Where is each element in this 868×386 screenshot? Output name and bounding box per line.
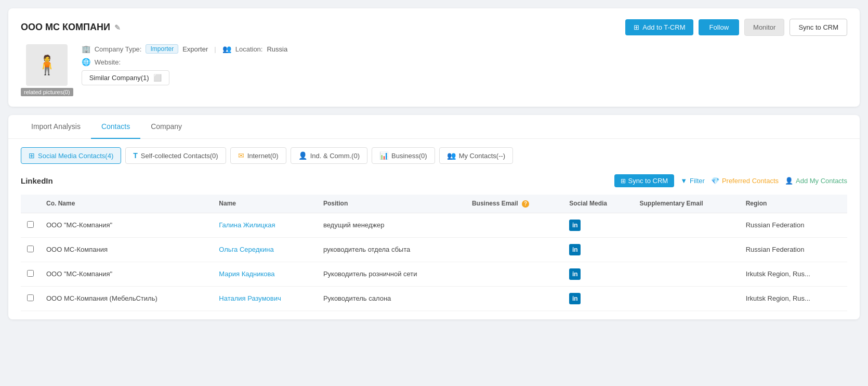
filter-button[interactable]: ▼ Filter xyxy=(680,177,705,185)
avatar-person-icon: 🧍 xyxy=(35,54,59,76)
col-region: Region xyxy=(740,195,847,213)
my-contacts-icon: 👥 xyxy=(447,151,456,160)
contact-type-internet[interactable]: ✉ Internet(0) xyxy=(230,147,286,164)
website-icon: 🌐 xyxy=(82,58,90,66)
row-co-name: ООО "МС-Компания" xyxy=(40,262,213,286)
row-business-email xyxy=(466,286,563,311)
linkedin-badge[interactable]: in xyxy=(569,293,581,304)
sync-to-crm-button[interactable]: ⊞ Sync to CRM xyxy=(614,174,675,187)
tab-import-analysis[interactable]: Import Analysis xyxy=(21,115,91,139)
row-position: ведущий менеджер xyxy=(317,213,466,237)
col-co-name: Co. Name xyxy=(40,195,213,213)
linkedin-actions: ⊞ Sync to CRM ▼ Filter 💎 Preferred Conta… xyxy=(614,174,847,187)
col-social-media: Social Media xyxy=(563,195,633,213)
linkedin-section: LinkedIn ⊞ Sync to CRM ▼ Filter 💎 Prefer… xyxy=(21,174,847,311)
row-checkbox-cell[interactable] xyxy=(21,262,40,286)
related-pictures-label[interactable]: related pictures(0) xyxy=(21,88,73,96)
linkedin-badge[interactable]: in xyxy=(569,220,581,231)
row-checkbox-cell[interactable] xyxy=(21,286,40,311)
row-name[interactable]: Наталия Разумович xyxy=(213,286,317,311)
self-collected-icon: T xyxy=(133,151,138,160)
row-business-email xyxy=(466,237,563,262)
company-card: ООО МС КОМПАНИ ✎ ⊞ Add to T-CRM Follow M… xyxy=(8,8,860,107)
row-checkbox-3[interactable] xyxy=(27,294,34,301)
row-business-email xyxy=(466,262,563,286)
type-exporter-label: Exporter xyxy=(182,45,208,53)
avatar-section: 🧍 related pictures(0) xyxy=(21,44,73,96)
col-checkbox xyxy=(21,195,40,213)
tab-contacts[interactable]: Contacts xyxy=(91,115,140,139)
linkedin-header: LinkedIn ⊞ Sync to CRM ▼ Filter 💎 Prefer… xyxy=(21,174,847,187)
contact-type-tabs: ⊞ Social Media Contacts(4) T Self-collec… xyxy=(21,147,847,164)
contact-type-ind-comm[interactable]: 👤 Ind. & Comm.(0) xyxy=(291,147,367,164)
company-type-row: 🏢 Company Type: Importer Exporter | 👥 Lo… xyxy=(82,44,847,54)
follow-button[interactable]: Follow xyxy=(699,19,739,35)
table-row: ООО МС-Компания Ольга Середкина руководи… xyxy=(21,237,847,262)
row-checkbox-cell[interactable] xyxy=(21,237,40,262)
linkedin-title: LinkedIn xyxy=(21,176,53,185)
preferred-contacts-button[interactable]: 💎 Preferred Contacts xyxy=(711,177,779,185)
similar-company-label: Similar Company(1) xyxy=(89,74,149,82)
website-label: Website: xyxy=(95,58,121,66)
row-social-media[interactable]: in xyxy=(563,237,633,262)
location-icon: 👥 xyxy=(222,45,231,53)
row-co-name: ООО МС-Компания xyxy=(40,237,213,262)
row-checkbox-cell[interactable] xyxy=(21,213,40,237)
company-name: ООО МС КОМПАНИ xyxy=(21,22,110,33)
row-social-media[interactable]: in xyxy=(563,286,633,311)
col-position: Position xyxy=(317,195,466,213)
row-social-media[interactable]: in xyxy=(563,213,633,237)
col-business-email: Business Email ? xyxy=(466,195,563,213)
preferred-icon: 💎 xyxy=(711,177,719,185)
table-row: ООО "МС-Компания" Галина Жилицкая ведущи… xyxy=(21,213,847,237)
tcrm-icon: ⊞ xyxy=(634,23,639,31)
card-body: 🧍 related pictures(0) 🏢 Company Type: Im… xyxy=(21,44,847,96)
linkedin-badge[interactable]: in xyxy=(569,268,581,280)
type-importer-tag[interactable]: Importer xyxy=(146,44,178,54)
similar-company-button[interactable]: Similar Company(1) ⬜ xyxy=(82,70,169,85)
company-type-label: Company Type: xyxy=(95,45,142,53)
row-social-media[interactable]: in xyxy=(563,262,633,286)
location-label: Location: xyxy=(235,45,263,53)
linkedin-badge[interactable]: in xyxy=(569,244,581,255)
table-header-row: Co. Name Name Position Business Email ? xyxy=(21,195,847,213)
sync-icon: ⊞ xyxy=(621,177,626,185)
sync-crm-button[interactable]: Sync to CRM xyxy=(790,19,847,36)
row-region: Irkutsk Region, Rus... xyxy=(740,286,847,311)
row-checkbox-1[interactable] xyxy=(27,246,34,252)
row-supplementary-email xyxy=(634,213,740,237)
col-supplementary-email: Supplementary Email xyxy=(634,195,740,213)
row-name[interactable]: Мария Кадникова xyxy=(213,262,317,286)
row-checkbox-2[interactable] xyxy=(27,270,34,277)
add-tcrm-button[interactable]: ⊞ Add to T-CRM xyxy=(625,19,693,35)
edit-icon[interactable]: ✎ xyxy=(114,23,121,32)
row-co-name: ООО "МС-Компания" xyxy=(40,213,213,237)
row-co-name: ООО МС-Компания (МебельСтиль) xyxy=(40,286,213,311)
row-region: Russian Federation xyxy=(740,213,847,237)
row-name[interactable]: Галина Жилицкая xyxy=(213,213,317,237)
contact-type-social-media[interactable]: ⊞ Social Media Contacts(4) xyxy=(21,147,121,164)
row-position: Руководитель розничной сети xyxy=(317,262,466,286)
add-icon: 👤 xyxy=(785,177,793,185)
contact-type-business[interactable]: 📊 Business(0) xyxy=(372,147,435,164)
monitor-button[interactable]: Monitor xyxy=(744,19,784,36)
row-region: Irkutsk Region, Rus... xyxy=(740,262,847,286)
tab-company[interactable]: Company xyxy=(140,115,192,139)
contacts-table: Co. Name Name Position Business Email ? xyxy=(21,195,847,311)
similar-company-section: Similar Company(1) ⬜ xyxy=(82,70,847,85)
add-my-contacts-button[interactable]: 👤 Add My Contacts xyxy=(785,177,847,185)
company-type-icon: 🏢 xyxy=(82,45,90,53)
row-supplementary-email xyxy=(634,262,740,286)
ind-comm-icon: 👤 xyxy=(298,151,307,160)
row-supplementary-email xyxy=(634,286,740,311)
contact-type-self-collected[interactable]: T Self-collected Contacts(0) xyxy=(125,147,226,164)
row-checkbox-0[interactable] xyxy=(27,221,34,228)
contact-type-my-contacts[interactable]: 👥 My Contacts(--) xyxy=(439,147,514,164)
social-media-icon: ⊞ xyxy=(29,151,35,160)
row-name[interactable]: Ольга Середкина xyxy=(213,237,317,262)
header-buttons: ⊞ Add to T-CRM Follow Monitor Sync to CR… xyxy=(625,19,847,36)
avatar: 🧍 xyxy=(26,44,68,86)
business-icon: 📊 xyxy=(379,151,388,160)
business-email-info-icon[interactable]: ? xyxy=(522,200,529,208)
row-business-email xyxy=(466,213,563,237)
